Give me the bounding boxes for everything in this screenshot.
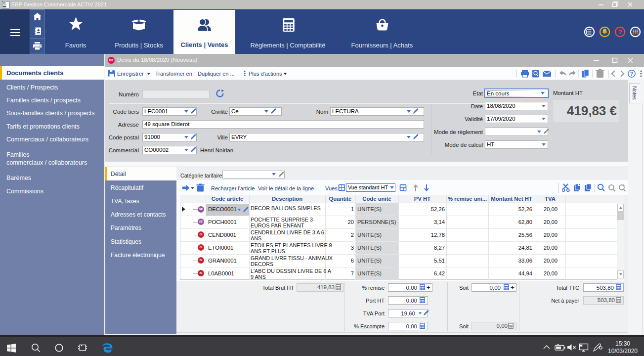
svg-text:?: ?: [630, 71, 633, 77]
svg-text:?: ?: [618, 28, 622, 36]
